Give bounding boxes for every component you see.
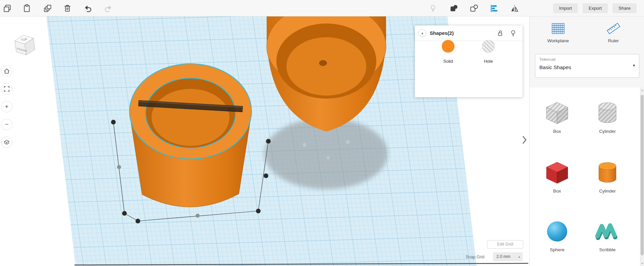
caret-up-icon: ▴ bbox=[518, 252, 520, 261]
chevron-down-icon: ▾ bbox=[421, 32, 423, 35]
show-all-button[interactable] bbox=[428, 4, 438, 13]
shape-tile-cylinder[interactable]: Cylinder bbox=[586, 158, 629, 194]
collapse-panel-button[interactable]: ▾ bbox=[418, 29, 426, 37]
zoom-in-button[interactable]: + bbox=[1, 101, 12, 112]
ungroup-icon bbox=[469, 4, 479, 13]
ruler-label: Ruler bbox=[593, 38, 634, 43]
mirror-button[interactable] bbox=[510, 4, 519, 13]
shape-label: Sphere bbox=[535, 247, 579, 252]
shape-label: Box bbox=[535, 189, 579, 194]
zoom-in-icon: + bbox=[5, 103, 8, 110]
ungroup-button[interactable] bbox=[469, 4, 479, 13]
shape-tile-sphere[interactable]: Sphere bbox=[535, 217, 579, 252]
cylinder-hole-icon bbox=[593, 98, 622, 126]
paste-button[interactable] bbox=[22, 4, 32, 13]
scroll-down-icon[interactable]: ▼ bbox=[640, 262, 644, 265]
shape-tile-cylinder-hole[interactable]: Cylinder bbox=[586, 98, 629, 134]
cylinder-object-selected[interactable] bbox=[129, 64, 252, 207]
lightbulb-icon bbox=[428, 4, 438, 13]
home-view-button[interactable] bbox=[1, 65, 12, 77]
snap-grid-select[interactable]: 2.0 mm ▴ bbox=[493, 252, 523, 261]
hole-option[interactable] bbox=[482, 40, 495, 53]
solid-option[interactable] bbox=[442, 40, 454, 53]
snap-grid-label: Snap Grid bbox=[466, 255, 484, 259]
zoom-out-icon: − bbox=[5, 121, 8, 128]
collapse-sidebar-button[interactable] bbox=[522, 135, 527, 146]
box-icon bbox=[543, 158, 571, 186]
shapes-panel-header: ▾ Shapes(2) bbox=[415, 25, 523, 41]
view-cube[interactable]: TOP FRONT bbox=[11, 32, 38, 60]
group-icon bbox=[449, 4, 459, 13]
trash-icon bbox=[63, 4, 72, 13]
hole-label: Hole bbox=[475, 59, 502, 64]
solid-label: Solid bbox=[435, 59, 462, 64]
shape-label: Cylinder bbox=[586, 129, 629, 134]
brand-label: Tinkercad bbox=[539, 57, 555, 61]
shape-category-dropdown[interactable]: Tinkercad Basic Shapes ▾ bbox=[535, 54, 639, 78]
top-toolbar: Import Export Share bbox=[0, 0, 644, 16]
cylinder-icon bbox=[593, 158, 622, 186]
duplicate-button[interactable] bbox=[43, 4, 52, 13]
lock-button[interactable] bbox=[497, 30, 504, 38]
shape-label: Scribble bbox=[586, 247, 629, 252]
chevron-down-icon: ▾ bbox=[633, 63, 635, 68]
scribble-icon bbox=[593, 217, 622, 245]
hide-button[interactable] bbox=[510, 30, 517, 38]
fit-view-button[interactable] bbox=[1, 83, 12, 95]
perspective-toggle-button[interactable] bbox=[1, 137, 12, 148]
shapes-panel-title: Shapes(2) bbox=[430, 25, 454, 41]
mirror-icon bbox=[510, 4, 519, 13]
shape-tile-box-hole[interactable]: Box bbox=[535, 98, 579, 134]
selected-category: Basic Shapes bbox=[539, 64, 571, 70]
toolbar-actions: Import Export Share bbox=[553, 3, 637, 13]
shapes-sidebar: Workplane Ruler Tinkercad Basic Shapes ▾ bbox=[529, 16, 644, 266]
gallery-scrollbar[interactable]: ▲ ▼ bbox=[640, 88, 644, 266]
shapes-inspector-panel: ▾ Shapes(2) Solid Hole bbox=[415, 25, 523, 97]
workplane-label: Workplane bbox=[538, 38, 578, 43]
zoom-out-button[interactable]: − bbox=[1, 119, 12, 130]
snap-grid-value: 2.0 mm bbox=[496, 254, 511, 259]
duplicate-icon bbox=[43, 4, 52, 13]
share-button[interactable]: Share bbox=[612, 3, 637, 13]
shape-gallery: Box Cylinder Box bbox=[530, 88, 640, 266]
scrollbar-thumb[interactable] bbox=[641, 95, 644, 255]
sphere-icon bbox=[543, 217, 571, 245]
copy-button[interactable] bbox=[3, 4, 12, 13]
workplane-grid[interactable] bbox=[46, 16, 477, 266]
delete-button[interactable] bbox=[63, 4, 72, 13]
box-hole-icon bbox=[543, 98, 571, 126]
undo-icon bbox=[84, 4, 93, 13]
edit-grid-button[interactable]: Edit Grid bbox=[487, 240, 523, 249]
shape-tile-scribble[interactable]: Scribble bbox=[586, 217, 629, 252]
undo-button[interactable] bbox=[84, 4, 93, 13]
shape-label: Cylinder bbox=[586, 189, 629, 194]
redo-button[interactable] bbox=[103, 4, 113, 13]
tinkercad-editor: Import Export Share bbox=[0, 0, 644, 266]
lightbulb-icon bbox=[510, 30, 517, 37]
align-icon bbox=[489, 4, 499, 13]
perspective-icon bbox=[3, 139, 10, 146]
paste-icon bbox=[22, 4, 32, 13]
chevron-right-icon bbox=[522, 135, 527, 145]
workplane-icon bbox=[550, 21, 566, 36]
shape-tile-box[interactable]: Box bbox=[535, 158, 579, 194]
ruler-tool[interactable]: Ruler bbox=[593, 21, 634, 43]
copy-icon bbox=[3, 4, 12, 13]
fit-view-icon bbox=[3, 85, 10, 93]
align-button[interactable] bbox=[489, 4, 499, 13]
group-button[interactable] bbox=[449, 4, 459, 13]
unlock-icon bbox=[497, 30, 504, 37]
home-icon bbox=[3, 67, 10, 75]
import-button[interactable]: Import bbox=[553, 3, 578, 13]
shape-label: Box bbox=[535, 129, 579, 134]
redo-icon bbox=[103, 4, 113, 13]
export-button[interactable]: Export bbox=[583, 3, 608, 13]
drain-hole bbox=[319, 60, 327, 66]
ruler-icon bbox=[606, 21, 621, 36]
workplane-tool[interactable]: Workplane bbox=[538, 21, 578, 43]
scroll-up-icon[interactable]: ▲ bbox=[640, 89, 644, 91]
